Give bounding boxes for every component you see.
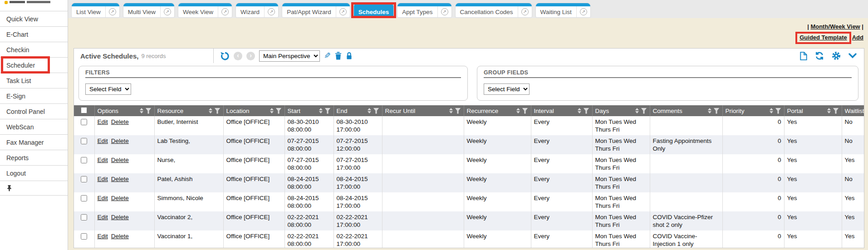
edit-link[interactable]: Edit (98, 214, 108, 221)
previous-icon[interactable]: ‹ (234, 52, 242, 60)
edit-perspective-pencil-icon[interactable]: ✎ (324, 51, 331, 61)
sort-icon[interactable] (449, 108, 453, 113)
tab[interactable]: Cancellation Codes ↗ (456, 3, 532, 17)
column-header[interactable]: Recur Until (382, 105, 464, 116)
delete-link[interactable]: Delete (111, 195, 129, 201)
row-checkbox[interactable] (81, 233, 87, 240)
delete-perspective-trash-icon[interactable] (335, 52, 342, 60)
edit-link[interactable]: Edit (98, 233, 108, 240)
sidebar-item[interactable]: Control Panel (0, 104, 68, 119)
sort-icon[interactable] (368, 108, 371, 113)
sidebar-pin-row[interactable] (0, 181, 68, 196)
undo-icon[interactable] (220, 51, 230, 61)
filter-funnel-icon[interactable] (775, 108, 781, 114)
select-all-checkbox[interactable] (81, 107, 87, 113)
filter-funnel-icon[interactable] (455, 108, 461, 114)
sidebar-item[interactable]: Fax Manager (0, 135, 68, 150)
sidebar-item[interactable]: E-Chart (0, 27, 68, 42)
column-header[interactable]: Resource (154, 105, 223, 116)
lock-icon[interactable] (346, 52, 353, 60)
sidebar-item[interactable]: Task List (0, 73, 68, 88)
pushpin-icon[interactable] (6, 185, 12, 191)
sort-icon[interactable] (635, 108, 639, 113)
tab[interactable]: Week View ↗ (178, 3, 232, 17)
sidebar-item[interactable]: Scheduler (0, 58, 68, 73)
open-in-new-icon[interactable]: ↗ (160, 6, 174, 17)
guided-template-link[interactable]: Guided Template (799, 34, 847, 41)
open-in-new-icon[interactable]: ↗ (218, 6, 232, 17)
column-header[interactable]: Interval (531, 105, 592, 116)
row-checkbox[interactable] (81, 119, 87, 125)
delete-link[interactable]: Delete (111, 214, 129, 221)
sidebar-item[interactable]: E-Sign (0, 88, 68, 104)
sidebar-item[interactable]: WebScan (0, 119, 68, 135)
column-header[interactable]: Priority (722, 105, 784, 116)
new-document-icon[interactable] (800, 52, 807, 60)
edit-link[interactable]: Edit (98, 176, 108, 182)
column-header[interactable]: Start (284, 105, 333, 116)
tab[interactable]: Waiting List ↗ (536, 3, 590, 17)
column-header[interactable]: Options (94, 105, 154, 116)
month-week-view-link[interactable]: Month/Week View (810, 23, 860, 30)
sort-icon[interactable] (209, 108, 212, 113)
filter-funnel-icon[interactable] (714, 108, 720, 114)
sort-icon[interactable] (140, 108, 143, 113)
row-checkbox[interactable] (81, 157, 87, 163)
column-header[interactable]: Waitlist Po (842, 105, 864, 116)
tab[interactable]: Wizard ↗ (236, 3, 278, 17)
sort-icon[interactable] (770, 108, 773, 113)
sidebar-item[interactable]: Checkin (0, 42, 68, 58)
filter-funnel-icon[interactable] (215, 108, 221, 114)
gear-icon[interactable] (832, 51, 841, 60)
row-checkbox[interactable] (81, 176, 87, 182)
open-in-new-icon[interactable]: ↗ (264, 6, 278, 17)
sort-icon[interactable] (708, 108, 711, 113)
edit-link[interactable]: Edit (98, 118, 108, 125)
open-in-new-icon[interactable]: ↗ (105, 6, 119, 17)
column-header[interactable]: Comments (650, 105, 722, 116)
refresh-icon[interactable] (815, 51, 824, 60)
tab[interactable]: Appt Types ↗ (397, 3, 451, 17)
open-in-new-icon[interactable]: ↗ (576, 6, 590, 17)
group-field-select[interactable]: Select Field (484, 83, 530, 95)
edit-link[interactable]: Edit (98, 157, 108, 163)
sort-icon[interactable] (319, 108, 323, 113)
delete-link[interactable]: Delete (111, 176, 129, 182)
delete-link[interactable]: Delete (111, 137, 129, 144)
sidebar-item[interactable]: Logout (0, 166, 68, 181)
filter-funnel-icon[interactable] (522, 108, 528, 114)
perspective-select[interactable]: Main Perspective (259, 50, 320, 62)
row-checkbox[interactable] (81, 138, 87, 144)
filter-funnel-icon[interactable] (146, 108, 152, 114)
delete-link[interactable]: Delete (111, 233, 129, 240)
column-header[interactable]: Location (223, 105, 284, 116)
sort-icon[interactable] (827, 108, 831, 113)
tab[interactable]: List View ↗ (72, 3, 119, 17)
sort-icon[interactable] (516, 108, 520, 113)
filter-funnel-icon[interactable] (641, 108, 647, 114)
filter-funnel-icon[interactable] (276, 108, 282, 114)
column-header[interactable]: End (333, 105, 382, 116)
edit-link[interactable]: Edit (98, 195, 108, 201)
open-in-new-icon[interactable]: ↗ (336, 6, 350, 17)
filter-funnel-icon[interactable] (325, 108, 331, 114)
column-header[interactable]: Portal (784, 105, 842, 116)
row-checkbox[interactable] (81, 214, 87, 221)
column-header[interactable]: Recurrence (464, 105, 531, 116)
sort-icon[interactable] (270, 108, 274, 113)
open-in-new-icon[interactable]: ↗ (518, 6, 532, 17)
open-in-new-icon[interactable]: ↗ (437, 6, 451, 17)
chevron-down-icon[interactable] (848, 53, 857, 59)
add-link[interactable]: Add (852, 34, 863, 41)
next-icon[interactable]: › (246, 52, 255, 60)
delete-link[interactable]: Delete (111, 118, 129, 125)
tab[interactable]: Multi View ↗ (123, 3, 174, 17)
row-checkbox[interactable] (81, 195, 87, 201)
filter-funnel-icon[interactable] (584, 108, 589, 114)
filters-field-select[interactable]: Select Field (85, 83, 131, 95)
sidebar-item[interactable]: Reports (0, 150, 68, 166)
sidebar-item[interactable]: Quick View (0, 11, 68, 27)
sort-icon[interactable] (578, 108, 581, 113)
delete-link[interactable]: Delete (111, 157, 129, 163)
edit-link[interactable]: Edit (98, 137, 108, 144)
